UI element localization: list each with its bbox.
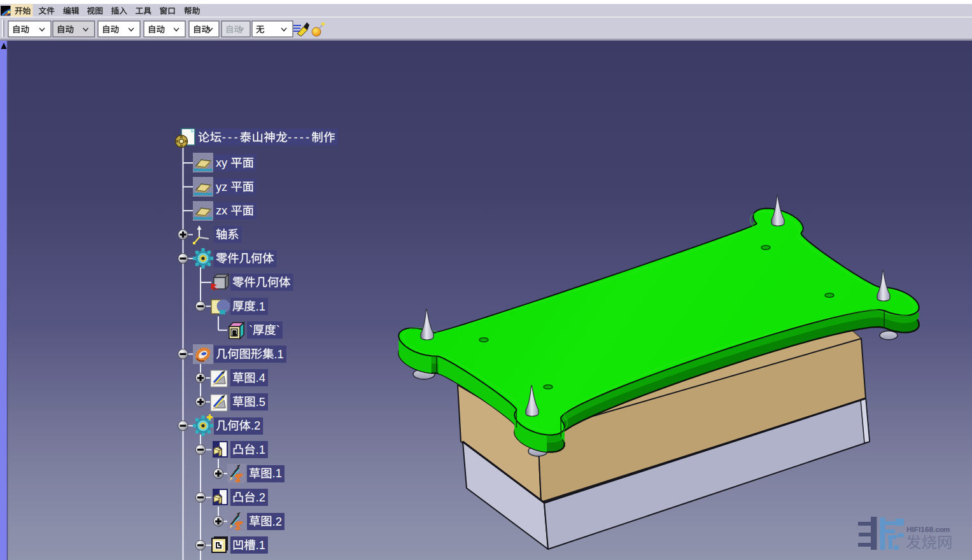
svg-text:H: H bbox=[906, 525, 912, 534]
svg-text:5: 5 bbox=[259, 395, 265, 409]
svg-text:1: 1 bbox=[276, 466, 282, 480]
svg-text:x: x bbox=[222, 204, 227, 217]
svg-text:-: - bbox=[300, 130, 304, 144]
svg-text:-: - bbox=[306, 130, 309, 144]
svg-text:1: 1 bbox=[259, 300, 265, 313]
svg-text:1: 1 bbox=[259, 443, 265, 456]
svg-text:`: ` bbox=[249, 323, 253, 337]
svg-text:-: - bbox=[222, 130, 226, 144]
svg-text:x: x bbox=[216, 156, 222, 169]
svg-text:`: ` bbox=[276, 323, 280, 337]
svg-text:m: m bbox=[943, 525, 950, 534]
svg-text:-: - bbox=[293, 130, 297, 144]
svg-text:1: 1 bbox=[278, 347, 284, 361]
svg-text:-: - bbox=[234, 130, 237, 144]
svg-text:4: 4 bbox=[259, 371, 265, 384]
svg-text:z: z bbox=[222, 180, 227, 193]
svg-text:y: y bbox=[222, 156, 228, 169]
svg-text:1: 1 bbox=[259, 538, 265, 552]
svg-text:2: 2 bbox=[259, 491, 265, 504]
svg-text:-: - bbox=[228, 130, 232, 144]
svg-text:F: F bbox=[914, 525, 919, 534]
svg-text:z: z bbox=[216, 204, 222, 217]
svg-text:-: - bbox=[288, 130, 292, 144]
svg-text:2: 2 bbox=[254, 419, 260, 432]
svg-text:2: 2 bbox=[276, 515, 282, 528]
